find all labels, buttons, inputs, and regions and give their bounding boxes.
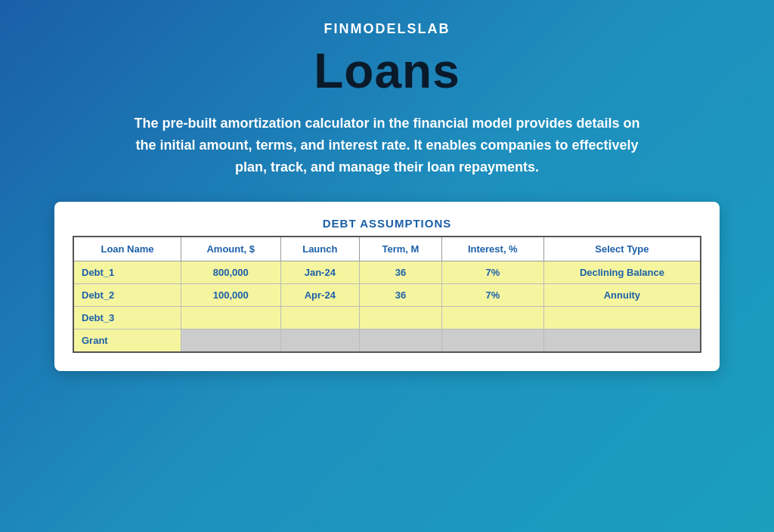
cell-loan-name: Debt_1 <box>73 261 181 284</box>
description-text: The pre-built amortization calculator in… <box>130 113 644 178</box>
cell-amount <box>181 307 280 329</box>
cell-select-type: Annuity <box>543 284 701 307</box>
table-row: Debt_2100,000Apr-24367%Annuity <box>73 284 701 307</box>
cell-select-type: Declining Balance <box>543 261 701 284</box>
cell-amount: 800,000 <box>181 261 280 284</box>
debt-assumptions-table: Loan Name Amount, $ Launch Term, M Inter… <box>73 236 701 353</box>
cell-loan-name: Grant <box>73 329 181 353</box>
cell-amount: 100,000 <box>181 284 280 307</box>
page-title: Loans <box>314 43 460 99</box>
cell-select-type <box>543 307 701 329</box>
col-header-select-type: Select Type <box>543 237 701 261</box>
debt-assumptions-card: DEBT ASSUMPTIONS Loan Name Amount, $ Lau… <box>54 202 720 371</box>
col-header-loan-name: Loan Name <box>73 237 181 261</box>
cell-launch <box>280 307 360 329</box>
col-header-term: Term, M <box>360 237 442 261</box>
table-header-row: Loan Name Amount, $ Launch Term, M Inter… <box>73 237 701 261</box>
cell-interest: 7% <box>441 284 543 307</box>
cell-term <box>360 307 442 329</box>
col-header-interest: Interest, % <box>441 237 543 261</box>
col-header-amount: Amount, $ <box>181 237 280 261</box>
cell-loan-name: Debt_3 <box>73 307 181 329</box>
table-row: Debt_1800,000Jan-24367%Declining Balance <box>73 261 701 284</box>
brand-logo: FINMODELSLAB <box>324 21 450 37</box>
cell-amount <box>181 329 280 353</box>
cell-select-type <box>543 329 701 353</box>
cell-term <box>360 329 442 353</box>
cell-interest: 7% <box>441 261 543 284</box>
table-section-title: DEBT ASSUMPTIONS <box>73 217 701 230</box>
col-header-launch: Launch <box>280 237 360 261</box>
cell-term: 36 <box>360 284 442 307</box>
cell-launch: Jan-24 <box>280 261 360 284</box>
cell-launch: Apr-24 <box>280 284 360 307</box>
cell-interest <box>441 307 543 329</box>
cell-interest <box>441 329 543 353</box>
table-row: Grant <box>73 329 701 353</box>
table-row: Debt_3 <box>73 307 701 329</box>
cell-term: 36 <box>360 261 442 284</box>
cell-loan-name: Debt_2 <box>73 284 181 307</box>
cell-launch <box>280 329 360 353</box>
